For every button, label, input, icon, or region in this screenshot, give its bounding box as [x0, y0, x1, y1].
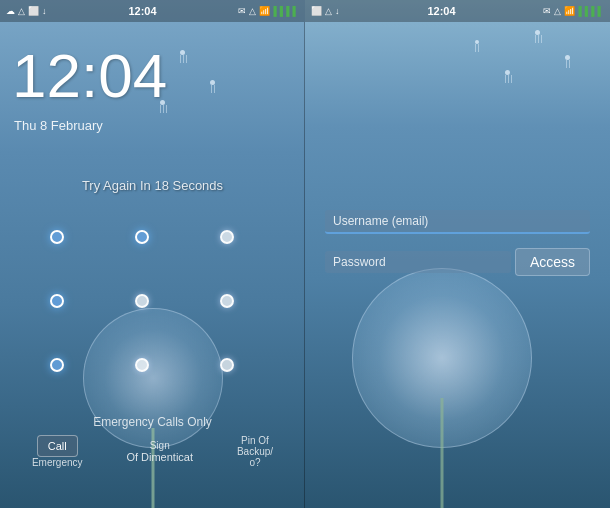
- dot-3: [220, 230, 234, 244]
- floating-seed-r1: [535, 30, 542, 43]
- dot-4: [50, 294, 64, 308]
- password-row: Password Access: [325, 248, 590, 276]
- dot-1: [50, 230, 64, 244]
- question-label: o?: [237, 457, 273, 468]
- dot-6: [220, 294, 234, 308]
- emergency-label: Emergency: [32, 457, 83, 468]
- floating-seed-2: [210, 80, 215, 93]
- dimenticat-label: Of Dimenticat: [126, 451, 193, 463]
- dandelion-right: [342, 238, 542, 508]
- floating-seed-1: [180, 50, 187, 63]
- screen-divider: [304, 22, 305, 508]
- dot-2: [135, 230, 149, 244]
- backup-label: Backup/: [237, 446, 273, 457]
- sign-label: Sign: [126, 440, 193, 451]
- emergency-area: Emergency Calls Only Call Emergency Sign…: [0, 415, 305, 468]
- right-status-icons-right: ✉△📶▌▌▌▌: [543, 6, 604, 16]
- lock-date: Thu 8 February: [14, 118, 103, 133]
- right-status-bar: ⬜△↓ 12:04 ✉△📶▌▌▌▌: [305, 0, 610, 22]
- dandelion-stem-right: [441, 398, 444, 508]
- password-label[interactable]: Password: [325, 251, 511, 273]
- left-status-icons-right: ✉△📶▌▌▌▌: [238, 6, 299, 16]
- floating-seed-r2: [565, 55, 570, 68]
- dot-9: [220, 358, 234, 372]
- left-screen: ☁△⬜↓ 12:04 ✉△📶▌▌▌▌ 12:04 Thu 8 February …: [0, 0, 305, 508]
- right-screen: ⬜△↓ 12:04 ✉△📶▌▌▌▌ Username (email) Passw…: [305, 0, 610, 508]
- right-status-time: 12:04: [427, 5, 455, 17]
- dot-5: [135, 294, 149, 308]
- lock-time: 12:04: [12, 40, 167, 111]
- bottom-buttons: Call Emergency Sign Of Dimenticat Pin Of…: [0, 435, 305, 468]
- username-field-container: Username (email): [325, 210, 590, 236]
- left-status-time: 12:04: [128, 5, 156, 17]
- floating-seed-r3: [505, 70, 512, 83]
- left-status-icons-left: ☁△⬜↓: [6, 6, 47, 16]
- try-again-label: Try Again In 18 Seconds: [82, 178, 223, 193]
- left-status-bar: ☁△⬜↓ 12:04 ✉△📶▌▌▌▌: [0, 0, 305, 22]
- dot-8: [135, 358, 149, 372]
- floating-seed-r4: [475, 40, 479, 52]
- call-button[interactable]: Call: [37, 435, 78, 457]
- pattern-dots: [30, 210, 275, 392]
- username-label[interactable]: Username (email): [325, 210, 590, 234]
- emergency-calls-label: Emergency Calls Only: [0, 415, 305, 429]
- right-status-icons-left: ⬜△↓: [311, 6, 340, 16]
- dot-7: [50, 358, 64, 372]
- pin-label: Pin Of: [237, 435, 273, 446]
- access-button[interactable]: Access: [515, 248, 590, 276]
